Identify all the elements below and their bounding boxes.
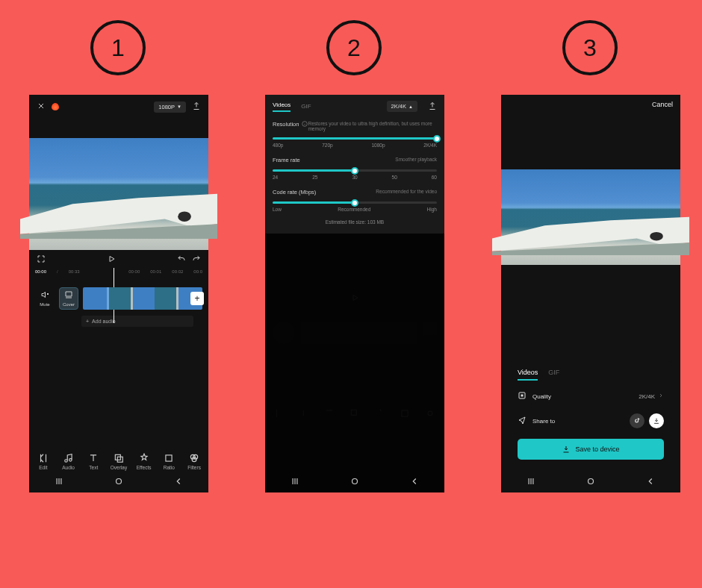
tool-edit[interactable]: Edit	[32, 453, 55, 470]
slider-option: 24	[273, 175, 278, 180]
svg-point-2	[178, 211, 191, 222]
tool-label: Effects	[137, 465, 152, 470]
setting-label: Resolution	[273, 121, 299, 131]
svg-point-19	[588, 479, 594, 484]
share-download-icon[interactable]	[649, 413, 664, 428]
android-navbar	[501, 472, 680, 492]
add-audio-label: Add audio	[92, 319, 116, 324]
share-tiktok-icon[interactable]	[630, 413, 644, 428]
export-icon[interactable]	[428, 101, 437, 112]
recents-icon[interactable]	[290, 476, 300, 488]
export-tabs: Videos GIF 2K/4K ▲	[273, 101, 437, 112]
caret-up-icon: ▲	[409, 104, 413, 109]
add-audio-button[interactable]: + Add audio	[81, 316, 193, 327]
setting-coderate: Code rate (Mbps) Recommended for the vid…	[273, 189, 437, 212]
slider-option: 2K/4K	[423, 143, 437, 148]
save-to-device-button[interactable]: Save to device	[518, 439, 664, 460]
svg-rect-5	[166, 455, 172, 461]
android-navbar	[29, 472, 208, 492]
setting-hint: Recommended for the video	[376, 189, 437, 196]
back-icon[interactable]	[173, 476, 184, 488]
setting-hint: Restores your video to ultra high defini…	[308, 121, 437, 131]
back-icon[interactable]	[409, 476, 420, 488]
setting-label: Code rate (Mbps)	[273, 189, 316, 196]
svg-point-9	[117, 479, 122, 484]
quality-label: Quality	[532, 393, 551, 400]
save-button-label: Save to device	[575, 445, 619, 453]
mute-button[interactable]: Mute	[35, 288, 55, 309]
mute-label: Mute	[35, 302, 55, 307]
flame-icon[interactable]	[52, 103, 59, 110]
tool-label: Overlay	[111, 465, 127, 470]
video-preview[interactable]	[29, 138, 208, 250]
tool-label: Text	[89, 465, 98, 470]
tab-videos[interactable]: Videos	[518, 369, 538, 381]
file-size-estimate: Estimated file size: 103 MB	[273, 219, 437, 225]
preview-content	[492, 213, 689, 256]
clip-thumbnails[interactable]	[83, 287, 202, 310]
setting-framerate: Frame rate Smoother playback 24 25 30 50…	[273, 157, 437, 180]
caret-down-icon: ▼	[177, 104, 181, 109]
resolution-pill[interactable]: 1080P ▼	[154, 101, 186, 113]
setting-hint: Smoother playback	[395, 157, 437, 163]
home-icon[interactable]	[350, 476, 360, 488]
setting-label: Frame rate	[273, 157, 300, 163]
cover-button[interactable]: Cover	[59, 287, 78, 310]
chevron-right-icon	[658, 392, 664, 400]
tool-overlay[interactable]: Overlay	[108, 453, 130, 470]
undo-icon[interactable]	[177, 254, 186, 265]
phone-save-sheet: Cancel Videos GIF Quality 2K/4K	[501, 95, 680, 492]
tool-effects[interactable]: Effects	[133, 453, 155, 470]
save-sheet: Videos GIF Quality 2K/4K Share to	[509, 361, 673, 469]
step-number: 1	[111, 34, 125, 62]
tool-text[interactable]: Text	[82, 453, 105, 470]
recents-icon[interactable]	[54, 476, 64, 488]
step-badge-2: 2	[326, 20, 382, 75]
home-icon[interactable]	[114, 476, 124, 488]
resolution-pill-label: 2K/4K	[391, 103, 406, 110]
share-icon	[518, 416, 526, 426]
resolution-pill-label: 1080P	[158, 104, 175, 110]
phone-editor: 1080P ▼ 00:00 / 00:3	[29, 95, 208, 492]
tool-audio[interactable]: Audio	[58, 453, 80, 470]
export-settings-panel: Videos GIF 2K/4K ▲ Resolution Restores y…	[265, 95, 444, 234]
coderate-slider[interactable]	[273, 201, 437, 204]
cover-label: Cover	[60, 302, 78, 307]
play-icon[interactable]	[52, 254, 171, 265]
tab-gif[interactable]: GIF	[301, 103, 311, 110]
close-icon[interactable]	[37, 101, 46, 112]
svg-point-8	[192, 457, 196, 462]
tool-label: Audio	[62, 465, 75, 470]
resolution-pill[interactable]: 2K/4K ▲	[387, 101, 417, 112]
step-badge-1: 1	[90, 20, 146, 75]
quality-row[interactable]: Quality 2K/4K	[509, 385, 673, 407]
redo-icon[interactable]	[192, 254, 201, 265]
info-icon[interactable]	[302, 121, 308, 131]
sheet-tabs: Videos GIF	[509, 369, 673, 385]
recents-icon[interactable]	[526, 476, 536, 488]
share-row: Share to	[509, 407, 673, 434]
fullscreen-icon[interactable]	[37, 254, 46, 265]
tab-gif[interactable]: GIF	[548, 369, 559, 381]
share-label: Share to	[532, 418, 555, 425]
cancel-button[interactable]: Cancel	[652, 101, 673, 108]
slider-option: 60	[432, 175, 437, 180]
setting-resolution: Resolution Restores your video to ultra …	[273, 121, 437, 148]
video-preview	[501, 169, 680, 265]
slider-option: 50	[392, 175, 397, 180]
tool-ratio[interactable]: Ratio	[158, 453, 180, 470]
slider-option: 480p	[273, 143, 283, 148]
timeline[interactable]: Mute Cover +	[29, 274, 208, 313]
tool-filters[interactable]: Filters	[183, 453, 205, 470]
slider-option: 1080p	[371, 143, 385, 148]
add-clip-button[interactable]: +	[190, 292, 204, 305]
resolution-slider[interactable]	[273, 137, 437, 140]
framerate-slider[interactable]	[273, 169, 437, 172]
player-controls	[29, 250, 208, 269]
export-icon[interactable]	[192, 101, 201, 112]
tab-videos[interactable]: Videos	[273, 101, 291, 112]
back-icon[interactable]	[645, 476, 656, 488]
step-number: 2	[347, 34, 361, 62]
home-icon[interactable]	[585, 476, 596, 488]
phone-export-settings: Videos GIF 2K/4K ▲ Resolution Restores y…	[265, 95, 444, 492]
